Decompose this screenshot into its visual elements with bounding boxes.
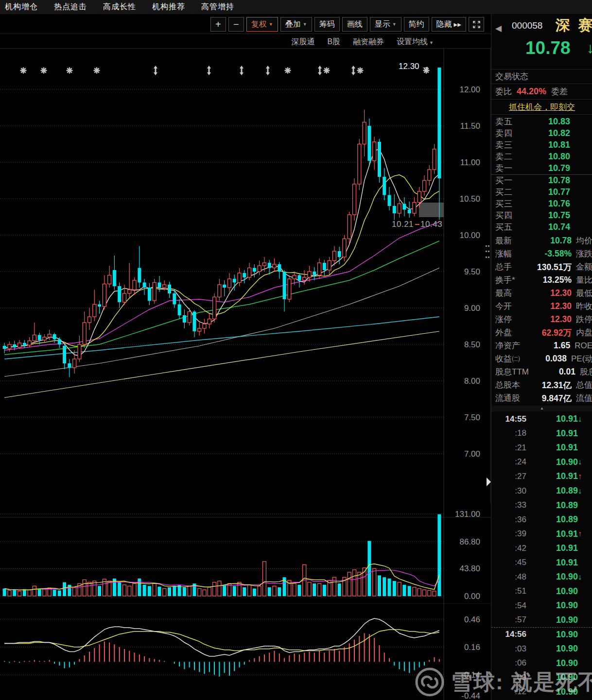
stat-label: 净资产 xyxy=(495,340,520,351)
last-price: 10.78 xyxy=(525,38,571,58)
panel-splitter-grip[interactable] xyxy=(486,245,489,261)
tick-time: :51 xyxy=(495,586,526,596)
orderbook-level-label: 买三 xyxy=(495,198,513,209)
orderbook-level-label: 买五 xyxy=(495,222,513,233)
candlestick-chart[interactable]: 12.0011.5011.0010.5010.009.509.008.508.0… xyxy=(0,49,491,503)
double-arrow-icon: ▶▶ xyxy=(454,22,461,27)
stat-label-col2: 内盘 xyxy=(576,327,592,338)
orderbook-level-label: 买四 xyxy=(495,210,513,221)
weicha-label: 委差 xyxy=(551,86,568,97)
macd-chart[interactable]: 0.460.16-0.14-0.44 xyxy=(0,603,491,700)
nav-item-2[interactable]: 热点追击 xyxy=(54,2,87,12)
svg-text:0.46: 0.46 xyxy=(464,615,480,624)
stat-label: 外盘 xyxy=(495,327,512,338)
toolbar-button-6[interactable]: 简约 xyxy=(404,17,429,32)
tick-price: 10.89 xyxy=(526,486,578,496)
stat-value: -3.58% xyxy=(525,249,572,259)
toolbar-button-1[interactable]: 复权▼ xyxy=(246,17,278,32)
stat-row: 最新10.78均价 xyxy=(491,234,592,247)
weibi-row: 委比 44.20% 委差 xyxy=(491,84,592,100)
toolbar-button-2[interactable]: 叠加▼ xyxy=(280,17,312,32)
orderbook-level-label: 卖五 xyxy=(495,116,513,127)
stat-value: 13.25% xyxy=(525,275,572,285)
stock-app-window: 机构增仓热点追击高成长性机构推荐高管增持 + − 复权▼叠加▼筹码画线显示▼简约… xyxy=(0,0,592,700)
tick-up-arrow-icon: ↑ xyxy=(578,529,586,538)
tick-price: 10.89 xyxy=(526,500,578,511)
stat-row: 最高12.30最低 xyxy=(491,287,592,300)
toolbar-button-3[interactable]: 筹码 xyxy=(314,17,340,32)
back-arrow-icon[interactable]: ◀ xyxy=(495,23,502,34)
ma-settings-link[interactable]: 设置均线▼ xyxy=(397,37,434,47)
orderbook-row: 买一10.78 xyxy=(491,174,592,186)
svg-text:0.00: 0.00 xyxy=(464,592,480,601)
subbar-link-bshare[interactable]: B股 xyxy=(327,37,340,47)
stat-label-col2: 量比 xyxy=(576,274,592,286)
volume-chart[interactable]: 131.0086.8043.800.00 xyxy=(0,503,491,603)
orderbook-row: 卖五10.83 xyxy=(491,116,592,127)
tick-row: 14:5510.91↓ xyxy=(491,412,592,427)
orderbook-level-label: 卖四 xyxy=(495,128,513,139)
subbar-link-margin[interactable]: 融资融券 xyxy=(353,37,384,47)
orderbook-price: 10.77 xyxy=(513,187,570,197)
star-event-icon xyxy=(285,68,291,74)
tick-time: :45 xyxy=(495,558,526,567)
chart-toolbar: + − 复权▼叠加▼筹码画线显示▼简约隐藏▶▶ xyxy=(210,17,484,32)
stat-label: 总手 xyxy=(495,261,512,273)
toolbar-button-5[interactable]: 显示▼ xyxy=(370,17,401,32)
orderbook-divider xyxy=(491,174,592,175)
tick-row: 14:5610.90 xyxy=(491,627,592,642)
tick-row: :2710.91↑ xyxy=(491,469,592,484)
stat-label: 流通股 xyxy=(495,393,520,404)
stat-label-col2: 金额 xyxy=(576,261,592,273)
stats-scrollbar[interactable]: ▲ xyxy=(491,406,592,411)
stat-value: 62.92万 xyxy=(525,327,572,339)
tick-time: :48 xyxy=(495,572,526,582)
chart-column: + − 复权▼叠加▼筹码画线显示▼简约隐藏▶▶ 深股通 B股 融资融券 设置均线… xyxy=(0,15,491,700)
stat-label: 最新 xyxy=(495,235,512,246)
tick-time: :18 xyxy=(495,428,526,438)
price-direction-icon: ↓ xyxy=(587,40,592,56)
zoom-out-button[interactable]: − xyxy=(228,17,244,32)
star-event-icon xyxy=(357,68,364,74)
toolbar-button-label: 画线 xyxy=(347,19,363,30)
tick-time: :03 xyxy=(495,644,526,654)
stat-label: 涨幅 xyxy=(495,248,512,259)
stat-value: 1.65 xyxy=(523,341,570,351)
toolbar-button-label: 叠加 xyxy=(285,19,301,30)
toolbar-button-7[interactable]: 隐藏▶▶ xyxy=(432,17,466,32)
orderbook-row: 买三10.76 xyxy=(491,198,592,209)
tick-time: :09 xyxy=(495,673,526,683)
toolbar-button-4[interactable]: 画线 xyxy=(342,17,367,32)
zoom-in-button[interactable]: + xyxy=(210,17,226,32)
stat-value: 130.51万 xyxy=(525,261,572,273)
svg-text:7.50: 7.50 xyxy=(464,413,480,422)
subbar-link-szhk[interactable]: 深股通 xyxy=(291,37,314,47)
promo-link[interactable]: 抓住机会，即刻交 xyxy=(509,102,575,113)
nav-item-3[interactable]: 高成长性 xyxy=(103,2,136,12)
svg-text:10.00: 10.00 xyxy=(459,231,480,240)
nav-item-1[interactable]: 机构增仓 xyxy=(5,2,38,12)
tick-price: 10.91 xyxy=(526,414,578,424)
tick-row: :0310.90 xyxy=(491,642,592,656)
fullscreen-icon xyxy=(472,20,481,29)
fullscreen-button[interactable] xyxy=(469,17,484,32)
promo-link-row: 抓住机会，即刻交 xyxy=(491,100,592,115)
orderbook-price: 10.75 xyxy=(513,210,570,221)
tick-down-arrow-icon: ↓ xyxy=(578,487,586,495)
tick-price: 10.91 xyxy=(526,543,578,553)
nav-item-4[interactable]: 机构推荐 xyxy=(152,2,185,12)
stat-label: 换手* xyxy=(495,274,515,286)
chevron-down-icon: ▼ xyxy=(392,22,397,27)
tick-row: :5110.90 xyxy=(491,584,592,599)
svg-text:12.00: 12.00 xyxy=(459,85,480,94)
stat-label: 收益㈡ xyxy=(495,353,520,364)
panel-expand-arrow[interactable] xyxy=(487,478,491,486)
orderbook-level-label: 卖二 xyxy=(495,151,513,162)
orderbook-level-label: 买一 xyxy=(495,175,513,186)
tick-price: 10.90 xyxy=(526,615,578,625)
stat-label: 今开 xyxy=(495,301,512,312)
orderbook-price: 10.83 xyxy=(513,117,570,127)
orderbook-level-label: 买二 xyxy=(495,187,513,198)
tick-row: :3610.89 xyxy=(491,512,592,527)
nav-item-5[interactable]: 高管增持 xyxy=(201,2,234,12)
